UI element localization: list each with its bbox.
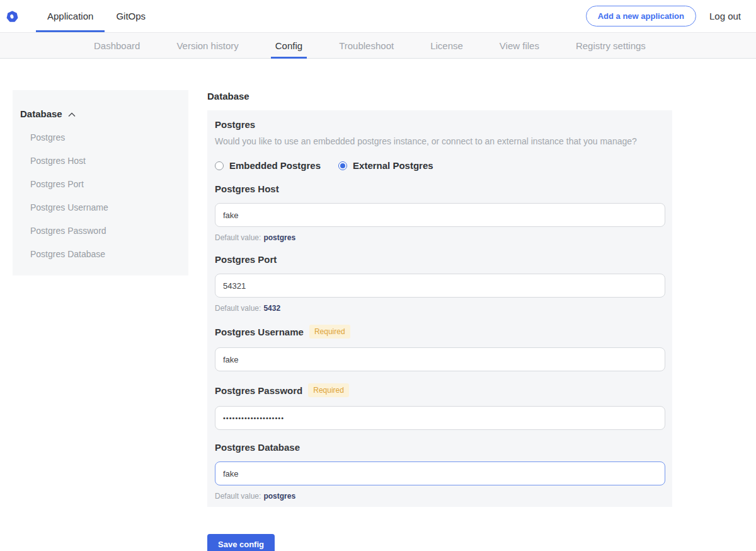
content-area: Database Postgres Postgres Host Postgres… [0, 59, 756, 551]
sidebar-group-label: Database [20, 108, 62, 119]
config-group-card: Postgres Would you like to use an embedd… [207, 110, 672, 507]
sidebar-item-postgres-username[interactable]: Postgres Username [30, 202, 181, 212]
sidebar-item-postgres-host[interactable]: Postgres Host [30, 156, 181, 166]
top-nav: Application GitOps Add a new application… [0, 0, 756, 32]
sidebar-item-postgres[interactable]: Postgres [30, 132, 181, 142]
app-logo-icon [6, 11, 18, 23]
field-label-text: Postgres Host [215, 183, 279, 194]
sidebar-item-postgres-port[interactable]: Postgres Port [30, 179, 181, 189]
subnav-tab-license[interactable]: License [430, 33, 463, 58]
field-postgres-port: Postgres Port Default value:5432 [215, 254, 665, 313]
postgres-username-input[interactable] [215, 347, 665, 371]
subnav-tab-config[interactable]: Config [275, 33, 302, 58]
postgres-port-input[interactable] [215, 274, 665, 298]
subnav-tab-version-history[interactable]: Version history [176, 33, 238, 58]
radio-embedded-label: Embedded Postgres [229, 160, 321, 171]
app-subnav: Dashboard Version history Config Trouble… [0, 32, 756, 59]
field-label-text: Postgres Port [215, 254, 277, 265]
postgres-database-input[interactable] [215, 461, 665, 485]
chevron-up-icon [68, 108, 76, 119]
sidebar-item-postgres-password[interactable]: Postgres Password [30, 226, 181, 236]
field-label-text: Postgres Username [215, 327, 304, 337]
radio-unchecked-icon [215, 161, 224, 170]
field-label: Postgres Username Required [215, 325, 665, 339]
radio-external-label: External Postgres [353, 160, 433, 171]
field-label: Postgres Host [215, 183, 665, 194]
default-value-label: Default value: [215, 304, 261, 313]
field-postgres-host: Postgres Host Default value:postgres [215, 183, 665, 242]
subnav-tab-dashboard[interactable]: Dashboard [94, 33, 140, 58]
admin-console-page: Application GitOps Add a new application… [0, 0, 756, 551]
field-postgres-username: Postgres Username Required [215, 325, 665, 371]
subnav-tab-view-files[interactable]: View files [500, 33, 539, 58]
default-value-text: postgres [263, 492, 295, 501]
required-badge: Required [308, 383, 349, 397]
tab-gitops[interactable]: GitOps [105, 0, 157, 32]
postgres-type-radio-group: Embedded Postgres External Postgres [215, 160, 665, 171]
sidebar-group-database[interactable]: Database [20, 108, 181, 119]
sidebar-item-postgres-database[interactable]: Postgres Database [30, 249, 181, 259]
subnav-tab-registry-settings[interactable]: Registry settings [576, 33, 646, 58]
required-badge: Required [309, 325, 350, 339]
section-title: Database [207, 91, 672, 102]
sidebar-item-list: Postgres Postgres Host Postgres Port Pos… [20, 132, 181, 259]
group-help-text: Would you like to use an embedded postgr… [215, 136, 665, 146]
default-value-label: Default value: [215, 233, 261, 242]
default-value-text: postgres [263, 233, 295, 242]
field-label-text: Postgres Password [215, 385, 302, 396]
radio-checked-icon [338, 161, 347, 170]
field-postgres-password: Postgres Password Required [215, 383, 665, 430]
top-tabs: Application GitOps [36, 0, 157, 32]
add-application-button[interactable]: Add a new application [586, 6, 696, 26]
config-main: Database Postgres Would you like to use … [207, 90, 672, 551]
default-value-line: Default value:postgres [215, 492, 665, 501]
group-label: Postgres [215, 119, 665, 130]
default-value-line: Default value:postgres [215, 233, 665, 242]
subnav-tab-troubleshoot[interactable]: Troubleshoot [339, 33, 394, 58]
field-label: Postgres Database [215, 442, 665, 453]
radio-external-postgres[interactable]: External Postgres [338, 160, 433, 171]
field-label: Postgres Password Required [215, 383, 665, 397]
postgres-password-input[interactable] [215, 406, 665, 430]
default-value-line: Default value:5432 [215, 304, 665, 313]
tab-application[interactable]: Application [36, 0, 105, 32]
default-value-label: Default value: [215, 492, 261, 501]
default-value-text: 5432 [263, 304, 280, 313]
config-sidebar: Database Postgres Postgres Host Postgres… [13, 90, 188, 276]
logout-link[interactable]: Log out [709, 11, 741, 21]
field-label-text: Postgres Database [215, 442, 300, 453]
save-config-button[interactable]: Save config [207, 534, 275, 551]
field-postgres-database: Postgres Database Default value:postgres [215, 442, 665, 501]
radio-embedded-postgres[interactable]: Embedded Postgres [215, 160, 321, 171]
field-label: Postgres Port [215, 254, 665, 265]
postgres-host-input[interactable] [215, 203, 665, 227]
